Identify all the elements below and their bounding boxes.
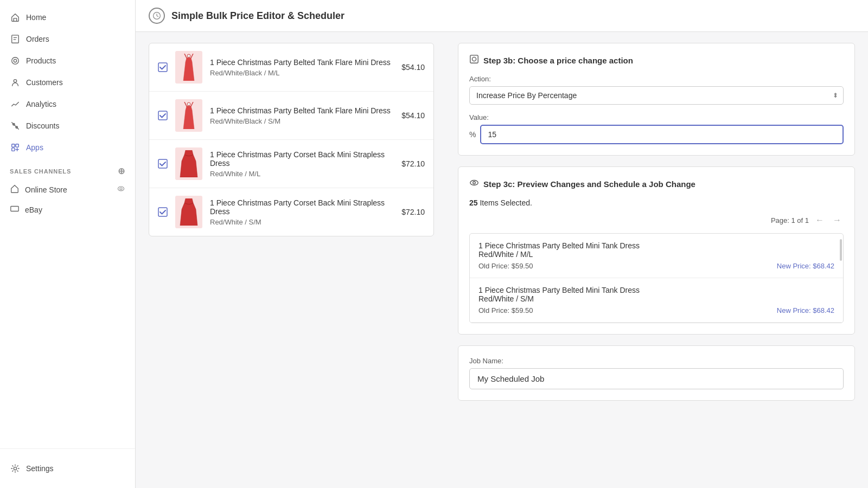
product-image-3	[175, 147, 202, 180]
value-label: Value:	[469, 113, 844, 121]
items-label: Items Selected.	[480, 198, 532, 207]
table-row: 1 Piece Christmas Party Belted Tank Flar…	[149, 92, 433, 140]
sidebar-item-ebay[interactable]: eBay	[0, 200, 135, 220]
product-variant-3: Red/White / M/L	[210, 170, 394, 178]
settings-icon	[10, 463, 21, 474]
sidebar-item-discounts[interactable]: Discounts	[0, 115, 135, 137]
step3c-section: Step 3c: Preview Changes and Schedule a …	[458, 166, 855, 335]
product-price-3: $72.10	[401, 159, 425, 168]
svg-rect-9	[11, 207, 18, 211]
product-image-2	[175, 99, 202, 132]
svg-point-19	[472, 57, 476, 61]
sidebar-item-settings[interactable]: Settings	[0, 458, 135, 479]
step3b-title-text: Step 3b: Choose a price change action	[483, 56, 633, 65]
svg-point-8	[120, 188, 122, 190]
step3c-title-text: Step 3c: Preview Changes and Schedule a …	[483, 179, 695, 189]
app-header: Simple Bulk Price Editor & Scheduler	[136, 0, 868, 32]
svg-point-7	[118, 187, 124, 191]
job-name-label: Job Name:	[469, 357, 844, 365]
home-icon	[10, 12, 21, 23]
sidebar-item-apps[interactable]: Apps	[0, 137, 135, 158]
sales-channels-header: SALES CHANNELS ⊕	[0, 158, 135, 179]
preview-list: 1 Piece Christmas Party Belted Mini Tank…	[469, 233, 844, 323]
product-price-2: $54.10	[401, 111, 425, 120]
svg-point-3	[14, 80, 16, 82]
sidebar-item-products[interactable]: Products	[0, 50, 135, 72]
value-input[interactable]	[480, 125, 844, 144]
pagination-row: Page: 1 of 1 ← →	[469, 214, 844, 227]
sidebar-item-customers-label: Customers	[26, 78, 63, 87]
analytics-icon	[10, 99, 21, 110]
svg-point-13	[187, 54, 190, 57]
sidebar-item-orders-label: Orders	[26, 35, 49, 43]
next-page-arrow[interactable]: →	[831, 214, 844, 227]
svg-point-2	[14, 59, 16, 62]
sidebar-item-home[interactable]: Home	[0, 7, 135, 28]
table-row: 1 Piece Christmas Party Corset Back Mini…	[149, 188, 433, 236]
action-select[interactable]: Increase Price By Percentage Decrease Pr…	[469, 86, 844, 105]
percent-symbol: %	[469, 130, 476, 139]
right-panel: Step 3b: Choose a price change action Ac…	[445, 32, 868, 488]
product-checkbox-3[interactable]	[158, 159, 168, 169]
settings-label: Settings	[26, 464, 54, 473]
list-item: 1 Piece Christmas Party Belted Mini Tank…	[470, 234, 843, 278]
product-name-1: 1 Piece Christmas Party Belted Tank Flar…	[210, 58, 394, 67]
sidebar-item-orders[interactable]: Orders	[0, 28, 135, 50]
product-variant-4: Red/White / S/M	[210, 218, 394, 226]
product-panel: 1 Piece Christmas Party Belted Tank Flar…	[136, 32, 445, 488]
product-checkbox-2[interactable]	[158, 111, 168, 120]
product-checkbox-4[interactable]	[158, 207, 168, 217]
product-name-2: 1 Piece Christmas Party Belted Tank Flar…	[210, 106, 394, 115]
new-price-2: New Price: $68.42	[777, 306, 834, 314]
main: Simple Bulk Price Editor & Scheduler	[136, 0, 868, 488]
prev-page-arrow[interactable]: ←	[813, 214, 826, 227]
product-info-1: 1 Piece Christmas Party Belted Tank Flar…	[210, 58, 394, 77]
online-store-eye-icon[interactable]	[117, 184, 125, 195]
product-info-3: 1 Piece Christmas Party Corset Back Mini…	[210, 150, 394, 178]
svg-rect-18	[470, 55, 478, 63]
customers-icon	[10, 77, 21, 88]
preview-price-row-1: Old Price: $59.50 New Price: $68.42	[478, 262, 834, 270]
old-price-1: Old Price: $59.50	[478, 262, 533, 270]
sidebar-item-online-store[interactable]: Online Store	[0, 179, 135, 200]
sidebar-item-customers[interactable]: Customers	[0, 72, 135, 93]
new-price-1: New Price: $68.42	[777, 262, 834, 270]
product-image-1	[175, 51, 202, 84]
sidebar-bottom: Settings	[0, 448, 135, 488]
svg-point-1	[12, 57, 19, 65]
svg-point-10	[14, 467, 16, 470]
step3c-icon	[469, 178, 479, 190]
preview-item-name-1: 1 Piece Christmas Party Belted Mini Tank…	[478, 241, 834, 259]
pagination-text: Page: 1 of 1	[771, 216, 809, 224]
product-list: 1 Piece Christmas Party Belted Tank Flar…	[149, 43, 434, 236]
svg-rect-5	[16, 144, 18, 147]
preview-price-row-2: Old Price: $59.50 New Price: $68.42	[478, 306, 834, 314]
sidebar-item-analytics[interactable]: Analytics	[0, 93, 135, 115]
add-channel-icon[interactable]: ⊕	[118, 166, 125, 176]
svg-rect-0	[12, 35, 19, 43]
sidebar-item-home-label: Home	[26, 13, 46, 22]
svg-point-20	[470, 181, 478, 185]
svg-rect-4	[12, 144, 15, 147]
product-price-1: $54.10	[401, 63, 425, 72]
ebay-icon	[10, 204, 20, 215]
preview-variant-1: Red/White / M/L	[478, 250, 533, 259]
app-title: Simple Bulk Price Editor & Scheduler	[171, 10, 344, 22]
product-variant-2: Red/White/Black / S/M	[210, 117, 394, 125]
sales-channels-label: SALES CHANNELS	[10, 168, 71, 175]
svg-point-15	[187, 102, 190, 106]
sidebar-nav: Home Orders Products Customers	[0, 0, 135, 448]
online-store-icon	[10, 184, 20, 195]
online-store-label: Online Store	[25, 185, 67, 194]
step3b-icon	[469, 54, 479, 66]
product-price-4: $72.10	[401, 208, 425, 216]
value-row: %	[469, 125, 844, 144]
job-name-input[interactable]	[469, 368, 844, 389]
product-name-3: 1 Piece Christmas Party Corset Back Mini…	[210, 150, 394, 168]
sidebar: Home Orders Products Customers	[0, 0, 136, 488]
product-checkbox-1[interactable]	[158, 62, 168, 72]
job-section: Job Name:	[458, 345, 855, 401]
sidebar-item-products-label: Products	[26, 56, 56, 65]
ebay-label: eBay	[25, 206, 42, 214]
old-price-2: Old Price: $59.50	[478, 306, 533, 314]
